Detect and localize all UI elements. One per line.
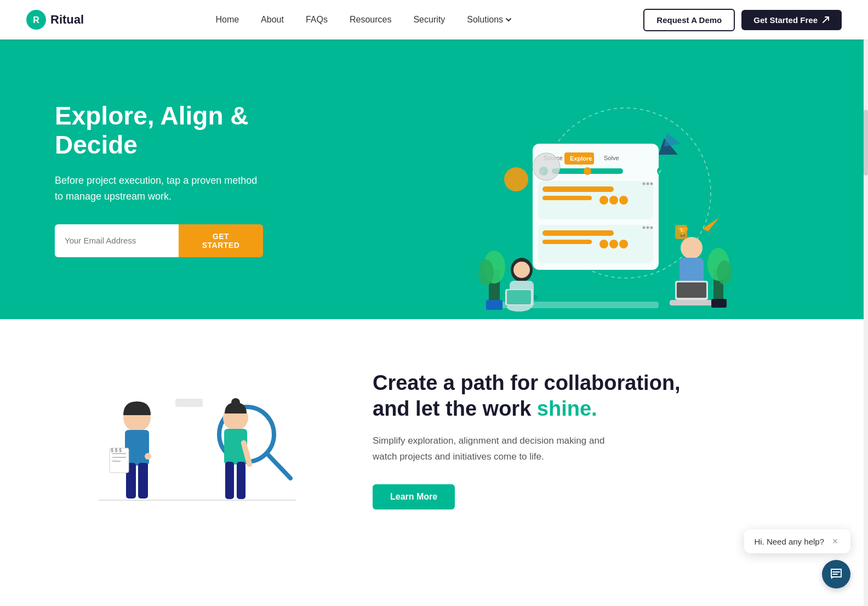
svg-point-12 <box>584 167 591 175</box>
svg-point-22 <box>647 183 649 185</box>
hero-cta-button[interactable]: GET STARTED <box>179 224 263 257</box>
svg-rect-26 <box>542 240 592 244</box>
svg-rect-68 <box>138 463 148 499</box>
logo[interactable]: R Ritual <box>26 10 84 30</box>
svg-point-57 <box>504 167 528 191</box>
svg-rect-81 <box>225 462 234 499</box>
svg-point-45 <box>681 237 703 259</box>
svg-text:✓: ✓ <box>658 169 663 174</box>
nav-links: Home About FAQs Resources Security Solut… <box>215 15 512 25</box>
svg-point-73 <box>145 453 151 460</box>
svg-rect-49 <box>677 282 706 298</box>
svg-line-77 <box>269 455 290 478</box>
hero-illustration: Source Explore Solve ✓ ✓ <box>423 83 741 319</box>
svg-point-79 <box>231 398 240 407</box>
email-input[interactable] <box>55 224 179 257</box>
collaboration-section: $ $ $ ___ Create a path <box>0 319 868 560</box>
scrollbar-thumb[interactable] <box>864 110 868 175</box>
hero-subtitle: Before project execution, tap a proven m… <box>55 173 263 205</box>
collaboration-description: Simplify exploration, alignment and deci… <box>373 433 625 465</box>
svg-rect-17 <box>542 196 592 200</box>
hero-content: Explore, Align & Decide Before project e… <box>0 39 296 319</box>
nav-item-security[interactable]: Security <box>413 15 445 25</box>
svg-point-27 <box>599 240 608 248</box>
svg-text:Solve: Solve <box>604 155 619 161</box>
learn-more-button[interactable]: Learn More <box>373 484 455 509</box>
nav-item-home[interactable]: Home <box>215 15 239 25</box>
svg-point-23 <box>650 183 653 185</box>
svg-point-38 <box>513 262 530 278</box>
chat-bubble-text: Hi. Need any help? <box>754 537 824 546</box>
external-link-icon <box>822 16 830 24</box>
request-demo-button[interactable]: Request A Demo <box>643 9 735 31</box>
nav-item-about[interactable]: About <box>261 15 284 25</box>
nav-item-resources[interactable]: Resources <box>350 15 391 25</box>
collaboration-title-part1: Create a path for collaboration,and let … <box>373 371 681 421</box>
hero-section: Explore, Align & Decide Before project e… <box>0 39 868 319</box>
svg-point-29 <box>619 240 628 248</box>
nav-item-faqs[interactable]: FAQs <box>306 15 328 25</box>
svg-rect-40 <box>507 290 531 304</box>
chat-widget: Hi. Need any help? × <box>744 529 850 560</box>
collaboration-illustration: $ $ $ ___ <box>55 363 329 517</box>
logo-text: Ritual <box>50 13 84 27</box>
svg-point-32 <box>650 226 653 229</box>
svg-rect-56 <box>711 299 727 308</box>
svg-point-30 <box>643 226 646 229</box>
nav-actions: Request A Demo Get Started Free <box>643 9 842 31</box>
svg-point-43 <box>478 259 494 286</box>
svg-text:___: ___ <box>110 456 117 460</box>
svg-point-20 <box>619 196 628 205</box>
svg-text:🏆: 🏆 <box>677 226 688 237</box>
svg-point-28 <box>609 240 618 248</box>
logo-icon: R <box>26 10 46 30</box>
nav-item-solutions[interactable]: Solutions <box>467 15 512 25</box>
svg-rect-25 <box>542 230 614 236</box>
svg-point-19 <box>609 196 618 205</box>
chat-bubble: Hi. Need any help? × <box>744 529 850 553</box>
svg-rect-16 <box>542 186 614 192</box>
navbar: R Ritual Home About FAQs Resources Secur… <box>0 0 868 39</box>
chat-close-button[interactable]: × <box>830 536 841 547</box>
collaboration-title-shine: shine. <box>537 397 597 420</box>
chevron-down-icon <box>505 16 512 23</box>
svg-rect-82 <box>237 462 245 499</box>
svg-text:$ $ $: $ $ $ <box>111 448 122 453</box>
svg-text:R: R <box>33 15 39 25</box>
collaboration-svg: $ $ $ ___ <box>66 363 318 517</box>
collaboration-title: Create a path for collaboration,and let … <box>373 370 813 422</box>
svg-point-31 <box>647 226 649 229</box>
svg-point-55 <box>717 260 732 285</box>
svg-marker-61 <box>664 133 681 146</box>
svg-marker-62 <box>703 218 719 231</box>
hero-form: GET STARTED <box>55 224 263 257</box>
svg-text:Explore: Explore <box>570 155 592 162</box>
svg-rect-84 <box>175 399 203 407</box>
hero-illustration-area: Source Explore Solve ✓ ✓ <box>296 39 868 319</box>
collaboration-content: Create a path for collaboration,and let … <box>373 370 813 510</box>
get-started-button[interactable]: Get Started Free <box>741 10 842 30</box>
svg-rect-44 <box>486 300 502 310</box>
svg-point-18 <box>599 196 608 205</box>
svg-point-21 <box>643 183 646 185</box>
chat-open-button[interactable] <box>822 560 850 560</box>
hero-title: Explore, Align & Decide <box>55 101 263 160</box>
scrollbar-track <box>864 0 868 560</box>
